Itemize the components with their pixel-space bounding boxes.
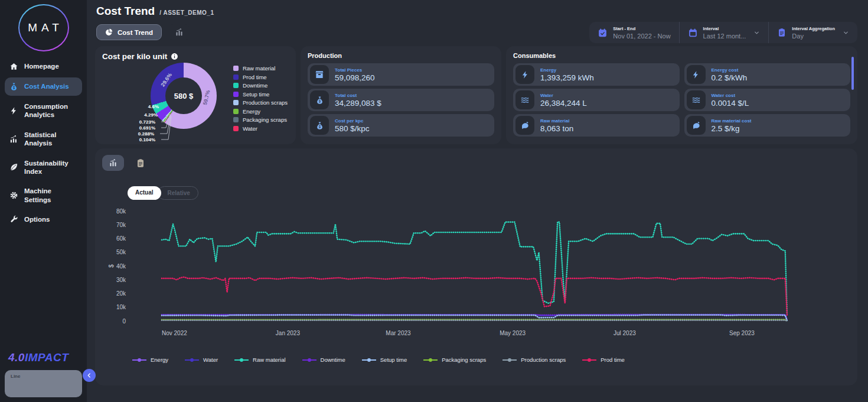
interval-control[interactable]: Interval Last 12 mont...: [679, 22, 769, 43]
stat-row[interactable]: Energy 1,393,259 kWh: [513, 63, 680, 86]
date-range-value: Nov 01, 2022 - Now: [613, 33, 670, 40]
sidebar: MAT Homepage Cost Analysis Consumption A…: [0, 0, 87, 402]
legend-swatch: [233, 83, 239, 88]
page-header: Cost Trend / ASSET_DEMO_1: [87, 0, 868, 18]
legend-swatch: [233, 66, 239, 71]
mat-logo: MAT: [18, 4, 69, 51]
trend-legend-item-water[interactable]: Water: [184, 356, 218, 363]
sidebar-item-options[interactable]: Options: [5, 210, 82, 229]
trend-legend-item-downtime[interactable]: Downtime: [302, 356, 345, 363]
legend-label: Prod time: [243, 74, 267, 80]
sidebar-item-machine-settings[interactable]: Machine Settings: [5, 182, 82, 209]
trend-line-chart[interactable]: 010k20k30k40k50k60k70k80k$Nov 2022Jan 20…: [95, 205, 857, 343]
bar-chart-icon: [109, 158, 118, 167]
pie-chart-icon: [105, 28, 113, 36]
cost-per-kilo-card: Cost per kilo unit 580 $ 59.7% 29.6% 4.6…: [95, 46, 296, 144]
sidebar-item-label: Homepage: [24, 62, 59, 70]
sidebar-item-sustainability-index[interactable]: Sustainability Index: [5, 154, 82, 181]
consumables-scrollbar[interactable]: [851, 57, 854, 90]
stat-value: 2.5 $/kg: [712, 124, 752, 133]
trend-legend-item-energy[interactable]: Energy: [132, 356, 168, 363]
donut-legend-item: Setup time: [233, 91, 288, 98]
legend-line-swatch: [184, 357, 200, 363]
chevron-down-icon: [753, 30, 760, 36]
chart-view-button[interactable]: [102, 155, 124, 171]
money-bag-icon: [310, 116, 329, 135]
stat-value: 1,393,259 kWh: [540, 73, 594, 82]
poultry-icon: [687, 116, 706, 135]
stat-row[interactable]: Total cost 34,289,083 $: [308, 89, 494, 111]
stat-row[interactable]: Raw material 8,063 ton: [513, 114, 680, 137]
stat-row[interactable]: Water cost 0.0014 $/L: [684, 89, 851, 111]
y-tick-label: 0: [122, 318, 126, 325]
money-bag-icon: [310, 90, 329, 109]
tab-cost-trend[interactable]: Cost Trend: [96, 24, 162, 40]
table-view-button[interactable]: [132, 156, 149, 170]
kpi-cards-row: Cost per kilo unit 580 $ 59.7% 29.6% 4.6…: [95, 46, 857, 144]
leaf-icon: [9, 163, 19, 171]
actual-toggle[interactable]: Actual: [128, 186, 161, 200]
series-line-prod-time: [162, 277, 787, 316]
x-tick-label: Jul 2023: [614, 330, 636, 336]
donut-legend-item: Water: [233, 125, 288, 132]
calendar-check-icon: [598, 28, 608, 38]
stat-label: Raw material cost: [712, 118, 752, 124]
trend-legend-item-prod-time[interactable]: Prod time: [582, 356, 625, 363]
legend-label: Raw material: [253, 356, 285, 363]
stat-row[interactable]: Raw material cost 2.5 $/kg: [684, 114, 851, 137]
breadcrumb: / ASSET_DEMO_1: [159, 9, 214, 16]
stat-row[interactable]: Cost per kpc 580 $/kpc: [308, 114, 494, 137]
legend-label: Energy: [151, 356, 168, 363]
donut-label-setup-time: 4.29%: [138, 112, 158, 118]
y-tick-label: 40k: [116, 263, 126, 270]
water-icon: [687, 90, 706, 109]
sidebar-item-cost-analysis[interactable]: Cost Analysis: [5, 77, 82, 96]
sidebar-item-consumption-analytics[interactable]: Consumption Analytics: [5, 98, 82, 124]
trend-legend-item-setup-time[interactable]: Setup time: [361, 356, 407, 363]
legend-label: Prod time: [601, 356, 625, 363]
line-select[interactable]: Line: [5, 370, 82, 397]
aggregation-value: Day: [792, 33, 835, 40]
trend-legend-item-packaging-scraps[interactable]: Packaging scraps: [423, 356, 486, 363]
donut-label-energy: 0.691%: [135, 125, 155, 131]
chevron-down-icon: [843, 30, 849, 36]
info-icon[interactable]: [171, 53, 178, 60]
stats-icon: [9, 135, 19, 144]
stat-label: Raw material: [540, 118, 573, 124]
stat-value: 34,289,083 $: [335, 99, 381, 108]
aggregation-label: Interval Aggregation: [792, 26, 835, 31]
impact-logo: 4.0IMPACT: [0, 351, 87, 370]
cost-per-kilo-title: Cost per kilo unit: [102, 52, 167, 61]
legend-line-swatch: [361, 357, 377, 363]
date-range-label: Start - End: [613, 26, 670, 31]
donut-legend-item: Raw material: [233, 65, 288, 72]
stat-row[interactable]: Total Pieces 59,098,260: [308, 63, 494, 86]
stat-value: 26,384,244 L: [540, 99, 587, 108]
x-tick-label: Sep 2023: [729, 330, 755, 336]
stat-label: Total Pieces: [335, 67, 375, 73]
sidebar-collapse-button[interactable]: [83, 369, 96, 382]
trend-legend-item-raw-material[interactable]: Raw material: [234, 356, 285, 363]
sidebar-item-statistical-analysis[interactable]: Statistical Analysis: [5, 126, 82, 153]
gear-icon: [9, 191, 19, 200]
aggregation-control[interactable]: Interval Aggregation Day: [768, 22, 857, 43]
y-tick-label: 70k: [116, 222, 126, 228]
interval-label: Interval: [703, 26, 746, 31]
legend-label: Water: [203, 356, 218, 363]
relative-toggle[interactable]: Relative: [158, 186, 198, 200]
donut-legend-item: Energy: [233, 108, 288, 115]
money-bag-icon: [9, 82, 19, 91]
date-range-control[interactable]: Start - End Nov 01, 2022 - Now: [589, 22, 678, 43]
x-tick-label: May 2023: [500, 330, 526, 336]
legend-line-swatch: [234, 357, 249, 363]
stat-label: Water cost: [712, 93, 749, 98]
legend-swatch: [233, 109, 239, 114]
sidebar-item-label: Statistical Analysis: [24, 131, 77, 148]
stat-row[interactable]: Water 26,384,244 L: [513, 89, 680, 111]
stat-row[interactable]: Energy cost 0.2 $/kWh: [684, 63, 851, 86]
production-card: Production Total Pieces 59,098,260 Total…: [301, 46, 501, 144]
bolt-icon: [515, 65, 534, 84]
tab-chart-view[interactable]: [168, 24, 190, 40]
sidebar-item-homepage[interactable]: Homepage: [5, 57, 82, 76]
trend-legend-item-production-scraps[interactable]: Production scraps: [502, 356, 566, 363]
